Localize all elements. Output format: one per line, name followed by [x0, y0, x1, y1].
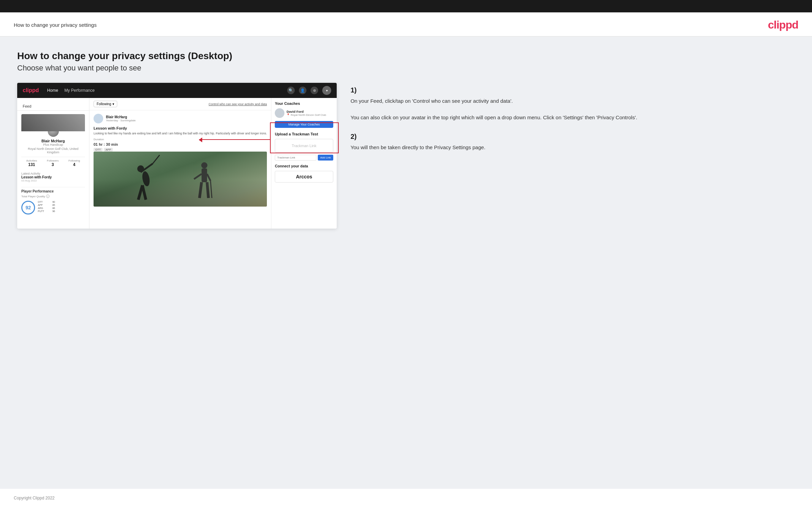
post-image	[94, 152, 267, 207]
post-header: Blair McHarg Yesterday · Sunningdale	[94, 114, 267, 123]
quality-label: Total Player Quality i	[21, 195, 85, 198]
page-subtitle: Choose what you want people to see	[17, 64, 795, 73]
profile-handicap: Plus Handicap	[21, 143, 85, 146]
breadcrumb: How to change your privacy settings	[14, 22, 97, 28]
user-avatar-nav[interactable]: ▾	[322, 86, 331, 95]
profile-stats: Activities 131 Followers 3 Following 4	[21, 157, 85, 167]
instruction-1-text: On your Feed, click/tap on 'Control who …	[350, 97, 795, 122]
app-logo: clippd	[23, 87, 39, 93]
trackman-section: Upload a Trackman Test Trackman Link Add…	[275, 132, 333, 161]
bar-app: APP 85	[38, 204, 55, 206]
post-duration-value: 01 hr : 30 min	[94, 142, 267, 146]
bar-putt: PUTT 96	[38, 210, 55, 212]
connect-title: Connect your data	[275, 164, 333, 168]
svg-line-3	[153, 155, 160, 164]
post-author-info: Blair McHarg Yesterday · Sunningdale	[106, 115, 136, 122]
app-nav-performance[interactable]: My Performance	[64, 88, 95, 93]
app-right-panel: Your Coaches David Ford 📍 Royal North De…	[271, 98, 337, 229]
profile-card: Blair McHarg Plus Handicap Royal North D…	[17, 111, 89, 218]
bar-ott: OTT 90	[38, 201, 55, 203]
coach-avatar	[275, 108, 284, 118]
quality-score: 92	[21, 201, 35, 214]
tag-ott: OTT	[94, 148, 102, 152]
annotation-line	[199, 139, 271, 140]
add-link-button[interactable]: Add Link	[318, 155, 333, 161]
instruction-2-text: You will then be taken directly to the P…	[350, 143, 795, 152]
feed-header: Following ▾ Control who can see your act…	[89, 98, 271, 110]
clippd-logo: clippd	[768, 19, 798, 31]
coach-club: 📍 Royal North Devon Golf Club	[286, 113, 326, 117]
location-icon: 📍	[286, 113, 290, 117]
profile-club: Royal North Devon Golf Club, United King…	[21, 147, 85, 154]
post-card: Blair McHarg Yesterday · Sunningdale Les…	[89, 110, 271, 210]
instruction-2: 2) You will then be taken directly to th…	[350, 133, 795, 152]
content-row: clippd Home My Performance 🔍 👤 ⊕ ▾ Feed	[17, 83, 795, 229]
stat-following: Following 4	[68, 159, 80, 167]
connect-section: Connect your data Arccos	[275, 164, 333, 183]
manage-coaches-button[interactable]: Manage Your Coaches	[275, 121, 333, 128]
app-feed: Following ▾ Control who can see your act…	[89, 98, 271, 229]
info-icon: i	[46, 195, 50, 198]
latest-activity: Latest Activity Lesson with Fordy 03 Aug…	[21, 170, 85, 184]
app-sidebar: Feed Blair McHarg Plus Handic	[17, 98, 89, 229]
post-body: Looking to feel like my hands are exitin…	[94, 132, 267, 136]
tag-app: APP	[104, 148, 113, 152]
instruction-1: 1) On your Feed, click/tap on 'Control w…	[350, 86, 795, 122]
main-content: How to change your privacy settings (Des…	[0, 37, 812, 489]
app-screenshot: clippd Home My Performance 🔍 👤 ⊕ ▾ Feed	[17, 83, 337, 229]
post-author-name: Blair McHarg	[106, 115, 136, 119]
footer-copyright: Copyright Clippd 2022	[14, 496, 55, 500]
page-title: How to change your privacy settings (Des…	[17, 51, 795, 62]
instruction-2-number: 2)	[350, 133, 795, 141]
annotation-arrowhead	[199, 137, 202, 142]
coach-info: David Ford 📍 Royal North Devon Golf Club	[286, 110, 326, 117]
top-bar	[0, 0, 812, 12]
app-screenshot-wrapper: clippd Home My Performance 🔍 👤 ⊕ ▾ Feed	[17, 83, 337, 229]
quality-display: 92 OTT 90 APP	[21, 199, 85, 214]
trackman-input-row: Add Link	[275, 155, 333, 161]
arccos-box: Arccos	[275, 171, 333, 183]
app-navbar: clippd Home My Performance 🔍 👤 ⊕ ▾	[17, 83, 337, 98]
player-performance: Player Performance Total Player Quality …	[21, 187, 85, 214]
stat-followers: Followers 3	[47, 159, 58, 167]
svg-line-10	[194, 174, 202, 179]
footer: Copyright Clippd 2022	[0, 489, 812, 507]
stat-activities: Activities 131	[26, 159, 37, 167]
add-icon[interactable]: ⊕	[311, 87, 318, 94]
instructions-panel: 1) On your Feed, click/tap on 'Control w…	[350, 83, 795, 163]
app-nav-home[interactable]: Home	[47, 88, 58, 93]
post-tags: OTT APP	[94, 148, 267, 152]
quality-bars: OTT 90 APP 85	[38, 201, 55, 213]
trackman-title: Upload a Trackman Test	[275, 132, 333, 136]
coach-name: David Ford	[286, 110, 326, 113]
control-privacy-link[interactable]: Control who can see your activity and da…	[209, 102, 267, 106]
trackman-input[interactable]	[275, 155, 316, 161]
following-button[interactable]: Following ▾	[94, 101, 117, 107]
person-icon[interactable]: 👤	[299, 87, 306, 94]
post-author-avatar	[94, 114, 103, 123]
header: How to change your privacy settings clip…	[0, 12, 812, 37]
coaches-title: Your Coaches	[275, 101, 333, 106]
trackman-box: Trackman Link	[275, 139, 333, 153]
app-body: Feed Blair McHarg Plus Handic	[17, 98, 337, 229]
feed-tab[interactable]: Feed	[17, 102, 89, 111]
coaches-section: Your Coaches David Ford 📍 Royal North De…	[275, 101, 333, 132]
post-image-overlay	[94, 179, 267, 207]
instruction-1-number: 1)	[350, 86, 795, 94]
svg-point-6	[201, 162, 207, 168]
profile-banner	[21, 114, 85, 131]
coach-item: David Ford 📍 Royal North Devon Golf Club	[275, 108, 333, 118]
trackman-placeholder: Trackman Link	[292, 144, 316, 148]
post-author-meta: Yesterday · Sunningdale	[106, 119, 136, 122]
chevron-down-icon: ▾	[112, 102, 114, 106]
app-nav-icons: 🔍 👤 ⊕ ▾	[287, 86, 331, 95]
post-title: Lesson with Fordy	[94, 126, 267, 130]
bar-arg: ARG 86	[38, 207, 55, 209]
profile-name: Blair McHarg	[21, 139, 85, 143]
search-icon[interactable]: 🔍	[287, 87, 295, 94]
